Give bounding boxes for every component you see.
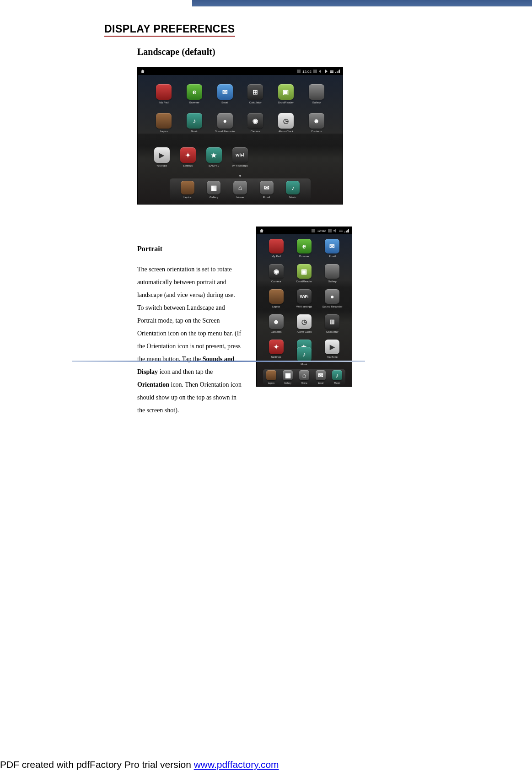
dock: Lepics▦Gallery⌂Home✉Email♪Music (263, 369, 345, 385)
menu-icon (330, 70, 333, 73)
app-label: Music (334, 382, 340, 384)
home-icon (140, 69, 145, 74)
app-glyph-icon (156, 84, 172, 100)
app-glyph-icon: ☻ (269, 314, 284, 329)
app-grid: My PadeBrowser✉Email◉Camera▣DroidReaderG… (263, 239, 345, 358)
app-label: DroidReader (278, 101, 294, 104)
portrait-body-text: The screen orientation is set to rotate … (137, 263, 242, 417)
app-glyph-icon: ● (325, 289, 339, 304)
app-glyph-icon: ● (217, 113, 233, 129)
app-label: Alarm Clock (279, 130, 293, 133)
app-icon: ✉Email (316, 370, 326, 384)
app-label: Lepics (268, 382, 274, 384)
app-glyph-icon: e (187, 84, 202, 100)
app-glyph-icon: ✉ (316, 370, 326, 380)
app-glyph-icon: ♪ (187, 113, 202, 129)
app-label: Browser (299, 255, 309, 258)
app-label: Contacts (311, 130, 322, 133)
app-label: Wi-fi settings (296, 305, 312, 308)
app-icon: Lepics (263, 289, 289, 308)
footer-text: PDF created with pdfFactory Pro trial ve… (0, 759, 194, 770)
app-icon: WiFiWi-fi settings (291, 289, 317, 308)
app-glyph-icon: ◉ (247, 113, 263, 129)
app-label: Settings (183, 164, 193, 167)
app-icon: ▦Gallery (283, 370, 293, 384)
app-label: Calculator (249, 101, 262, 104)
app-label: Email (221, 101, 228, 104)
app-glyph-icon (325, 264, 339, 279)
app-icon: WiFiWi-fi settings (229, 147, 251, 167)
app-label: Browser (189, 101, 199, 104)
bold-text: Orientation (137, 381, 169, 388)
portrait-text-column: Portrait The screen orientation is set t… (137, 227, 242, 417)
app-glyph-icon: ♪ (286, 181, 300, 194)
page-indicator-icon (239, 175, 241, 177)
app-label: Music (289, 196, 296, 199)
app-glyph-icon: ▣ (297, 264, 312, 279)
app-glyph-icon: ▦ (283, 370, 293, 380)
app-glyph-icon: ⊞ (325, 314, 339, 329)
app-icon: Gallery (303, 84, 330, 104)
app-label: My Pad (271, 255, 280, 258)
app-grid-row3: ▶YouTube✦Settings★SAM 4.0WiFiWi-fi setti… (150, 147, 251, 167)
app-icon: ☻Contacts (263, 314, 289, 333)
app-icon: ▶YouTube (150, 147, 173, 167)
app-glyph-icon: ◷ (297, 314, 312, 329)
app-label: Wi-fi settings (232, 164, 247, 167)
app-glyph-icon: ⌂ (299, 370, 309, 380)
app-glyph-icon: ▣ (278, 84, 294, 100)
app-grid: My PadeBrowser✉Email⊞Calculator▣DroidRea… (150, 84, 330, 133)
app-glyph-icon: ✉ (217, 84, 233, 100)
app-glyph-icon: ✦ (180, 147, 196, 163)
app-label: Music (301, 363, 308, 366)
app-glyph-icon: ▶ (154, 147, 170, 163)
portrait-subtitle: Portrait (137, 245, 242, 253)
speaker-icon (333, 229, 337, 232)
app-label: Sound Recorder (322, 305, 342, 308)
portrait-screenshot: 12:02 My PadeBrowser✉Email◉Camera▣DroidR… (256, 227, 352, 387)
app-icon: My Pad (263, 239, 289, 258)
pdf-footer: PDF created with pdfFactory Pro trial ve… (0, 759, 279, 770)
app-glyph-icon: e (297, 239, 312, 254)
dock: Lepics▦Gallery⌂Home✉Email♪Music (170, 178, 311, 200)
app-label: Lepics (160, 130, 168, 133)
app-icon: Gallery (319, 264, 345, 283)
app-glyph-icon: ◉ (269, 264, 284, 279)
app-glyph-icon: ☻ (309, 113, 324, 129)
signal-icon (344, 229, 349, 232)
app-icon: My Pad (150, 84, 177, 104)
app-label: My Pad (159, 101, 168, 104)
app-glyph-icon: ◷ (278, 113, 294, 129)
status-indicator-icon (297, 70, 301, 73)
app-label: Camera (251, 130, 260, 133)
app-icon: ◉Camera (263, 264, 289, 283)
app-icon: ◷Alarm Clock (273, 113, 300, 133)
app-label: Gallery (312, 101, 321, 104)
app-label: Email (318, 382, 324, 384)
app-glyph-icon (309, 84, 324, 100)
app-label: Gallery (328, 280, 337, 283)
app-icon: ✉Email (260, 181, 274, 199)
app-glyph-icon: ✉ (260, 181, 274, 194)
app-label: YouTube (156, 164, 167, 167)
orientation-icon (313, 70, 317, 73)
app-icon: ♪Music (286, 181, 300, 199)
app-glyph-icon (269, 239, 284, 254)
app-icon: ▣DroidReader (273, 84, 300, 104)
app-icon: eBrowser (181, 84, 208, 104)
app-label: Gallery (210, 196, 218, 199)
footer-link[interactable]: www.pdffactory.com (194, 759, 279, 770)
app-icon: ▦Gallery (207, 181, 220, 199)
app-label: Home (301, 382, 307, 384)
app-icon: ◷Alarm Clock (291, 314, 317, 333)
status-indicator-icon (312, 229, 315, 232)
app-glyph-icon: ▦ (207, 181, 220, 194)
app-glyph-icon: WiFi (297, 289, 312, 304)
body-text: icon and then tap the (158, 368, 213, 375)
app-label: Camera (271, 280, 281, 283)
section-heading: DISPLAY PREFERENCES (104, 23, 235, 37)
orientation-icon (328, 229, 332, 232)
app-label: Email (329, 255, 336, 258)
body-text: The screen orientation is set to rotate … (137, 266, 241, 362)
app-label: Gallery (284, 382, 291, 384)
